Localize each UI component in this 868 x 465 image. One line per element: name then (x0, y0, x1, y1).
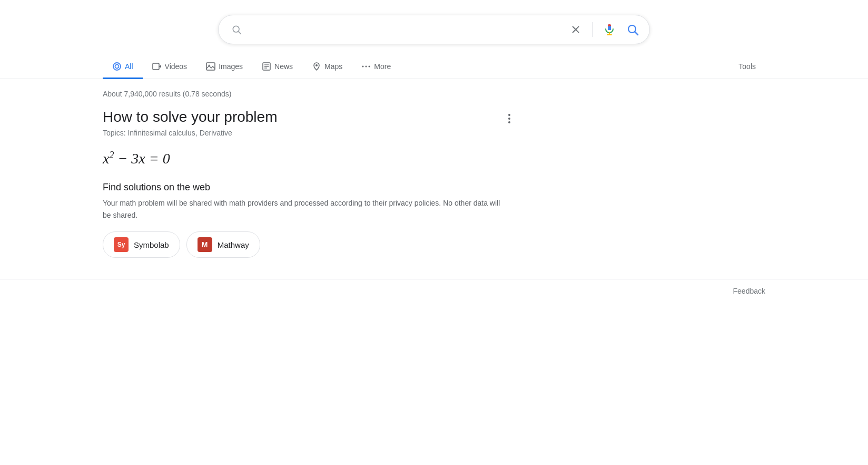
svg-line-10 (635, 32, 638, 35)
dot3 (508, 121, 510, 123)
mathway-label: Mathway (218, 240, 249, 249)
tab-all-label: All (125, 62, 133, 71)
tab-images-label: Images (219, 62, 243, 71)
tab-tools[interactable]: Tools (729, 55, 765, 79)
clear-icon (570, 24, 581, 35)
clear-button[interactable] (568, 22, 584, 37)
tab-videos[interactable]: Videos (143, 54, 197, 79)
tab-news[interactable]: News (252, 54, 302, 79)
math-equation: x2 − 3x = 0 (103, 150, 514, 167)
search-bar-icons (568, 21, 641, 38)
tab-more[interactable]: More (352, 54, 400, 79)
mathway-button[interactable]: M Mathway (186, 231, 260, 258)
images-icon (206, 62, 215, 71)
divider (592, 22, 593, 37)
search-button[interactable] (624, 21, 641, 38)
more-options-button[interactable] (505, 111, 514, 127)
tab-tools-label: Tools (738, 62, 756, 71)
mathway-logo-text: M (202, 240, 208, 249)
svg-point-24 (369, 66, 370, 67)
knowledge-title: How to solve your problem (103, 109, 514, 125)
knowledge-card: How to solve your problem Topics: Infini… (103, 109, 514, 258)
nav-tabs: All Videos Images (0, 54, 868, 79)
voice-search-button[interactable] (601, 21, 618, 38)
tab-news-label: News (274, 62, 293, 71)
search-bar-container: find the derivative of x^2-3x=0 (0, 0, 868, 54)
search-input[interactable]: find the derivative of x^2-3x=0 (248, 24, 568, 35)
svg-line-1 (239, 32, 241, 34)
tab-maps[interactable]: Maps (302, 54, 352, 79)
tab-images[interactable]: Images (196, 54, 252, 79)
symbolab-label: Symbolab (134, 240, 169, 249)
dot1 (508, 114, 510, 116)
providers: Sy Symbolab M Mathway (103, 231, 514, 258)
svg-point-23 (366, 66, 367, 67)
svg-rect-15 (206, 63, 215, 70)
results-area: About 7,940,000 results (0.78 seconds) H… (0, 79, 868, 258)
search-bar: find the derivative of x^2-3x=0 (218, 15, 650, 44)
knowledge-topics: Topics: Infinitesimal calculus, Derivati… (103, 129, 514, 137)
tab-more-label: More (374, 62, 391, 71)
svg-point-11 (115, 65, 119, 69)
videos-icon (152, 62, 162, 71)
bottom-bar: Feedback (0, 279, 868, 303)
tab-videos-label: Videos (165, 62, 188, 71)
mic-icon (603, 23, 616, 36)
symbolab-logo-text: Sy (117, 241, 125, 248)
feedback-link[interactable]: Feedback (733, 287, 765, 295)
search-icon (626, 23, 639, 36)
svg-point-12 (113, 63, 121, 70)
svg-rect-13 (153, 63, 159, 70)
find-solutions-title: Find solutions on the web (103, 182, 514, 193)
tab-maps-label: Maps (324, 62, 342, 71)
google-search-icon-left (231, 24, 242, 35)
svg-point-21 (315, 64, 318, 66)
dot2 (508, 118, 510, 120)
results-count: About 7,940,000 results (0.78 seconds) (103, 90, 765, 98)
symbolab-button[interactable]: Sy Symbolab (103, 231, 180, 258)
more-icon (361, 62, 371, 71)
svg-rect-6 (608, 28, 611, 30)
mathway-logo: M (198, 237, 212, 252)
maps-icon (312, 62, 321, 71)
news-icon (262, 62, 271, 71)
svg-point-22 (362, 66, 364, 67)
tab-all[interactable]: All (103, 54, 143, 79)
svg-rect-5 (608, 24, 611, 26)
symbolab-logo: Sy (114, 237, 129, 252)
find-solutions-desc: Your math problem will be shared with ma… (103, 197, 503, 221)
all-icon (112, 62, 122, 71)
